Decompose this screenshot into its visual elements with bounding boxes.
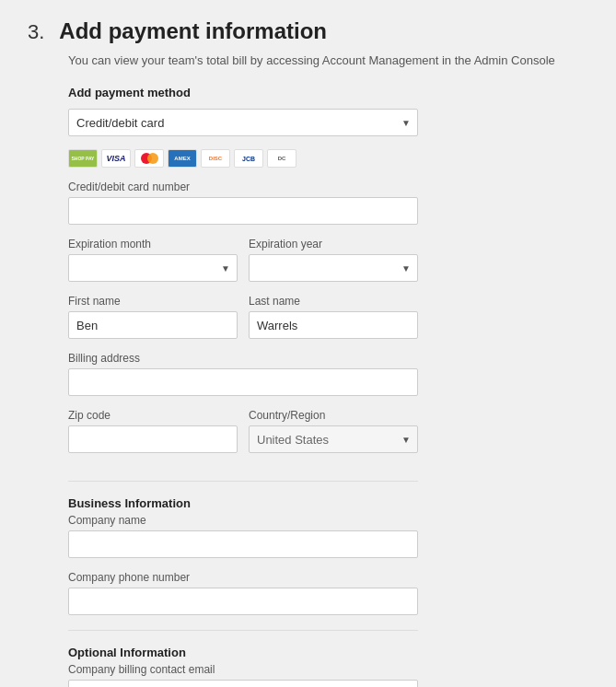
country-label: Country/Region — [249, 409, 418, 422]
shopify-pay-icon: SHOP PAY — [68, 149, 98, 168]
company-phone-label: Company phone number — [68, 571, 418, 584]
payment-method-select-wrapper: Credit/debit card PayPal Bank transfer — [68, 109, 418, 136]
expiration-month-select[interactable]: JanuaryFebruaryMarch AprilMayJune JulyAu… — [68, 254, 238, 282]
step-number: 3. — [28, 20, 44, 44]
payment-method-label: Add payment method — [68, 86, 418, 99]
company-name-label: Company name — [68, 514, 418, 527]
payment-method-select[interactable]: Credit/debit card PayPal Bank transfer — [68, 109, 418, 136]
billing-email-label: Company billing contact email — [68, 663, 418, 676]
zip-code-label: Zip code — [68, 409, 238, 422]
page-title: Add payment information — [59, 18, 327, 44]
subtitle: You can view your team's total bill by a… — [68, 53, 588, 67]
page-header: 3. Add payment information — [28, 18, 588, 44]
billing-email-input[interactable] — [68, 680, 418, 687]
optional-section-label: Optional Information — [68, 646, 418, 659]
expiration-month-select-wrapper: JanuaryFebruaryMarch AprilMayJune JulyAu… — [68, 254, 238, 282]
billing-address-label: Billing address — [68, 352, 418, 365]
card-number-input[interactable] — [68, 197, 418, 225]
amex-icon: AMEX — [168, 149, 197, 168]
billing-address-group: Billing address — [68, 352, 418, 396]
expiration-month-label: Expiration month — [68, 238, 238, 250]
company-phone-group: Company phone number — [68, 571, 418, 615]
form-container: Add payment method Credit/debit card Pay… — [68, 86, 418, 687]
last-name-group: Last name — [249, 295, 418, 339]
company-name-group: Company name — [68, 514, 418, 558]
divider-2 — [68, 630, 418, 631]
zip-code-group: Zip code — [68, 409, 238, 453]
last-name-label: Last name — [249, 295, 418, 308]
billing-address-input[interactable] — [68, 368, 418, 396]
last-name-input[interactable] — [249, 311, 418, 339]
business-section-label: Business Information — [68, 496, 418, 510]
expiration-year-group: Expiration year 202420252026 20272028202… — [249, 238, 418, 282]
expiration-year-label: Expiration year — [249, 238, 418, 250]
billing-email-group: Company billing contact email — [68, 663, 418, 687]
expiration-year-select-wrapper: 202420252026 2027202820292030 — [249, 254, 418, 282]
card-number-group: Credit/debit card number — [68, 180, 418, 225]
name-row: First name Last name — [68, 295, 418, 352]
expiration-row: Expiration month JanuaryFebruaryMarch Ap… — [68, 238, 418, 295]
company-name-input[interactable] — [68, 530, 418, 558]
expiration-year-select[interactable]: 202420252026 2027202820292030 — [249, 254, 418, 282]
country-select-wrapper: United States Canada United Kingdom — [249, 425, 418, 453]
first-name-input[interactable] — [68, 311, 238, 339]
country-group: Country/Region United States Canada Unit… — [249, 409, 418, 453]
company-phone-input[interactable] — [68, 588, 418, 615]
card-number-label: Credit/debit card number — [68, 180, 418, 193]
zip-country-row: Zip code Country/Region United States Ca… — [68, 409, 418, 466]
discover-icon: DISC — [201, 149, 230, 168]
country-select[interactable]: United States Canada United Kingdom — [249, 425, 418, 453]
payment-method-group: Add payment method Credit/debit card Pay… — [68, 86, 418, 136]
mastercard-icon — [134, 149, 164, 168]
jcb-icon: JCB — [234, 149, 263, 168]
expiration-month-group: Expiration month JanuaryFebruaryMarch Ap… — [68, 238, 238, 282]
visa-icon: VISA — [101, 149, 131, 168]
card-icons: SHOP PAY VISA AMEX DISC JCB DC — [68, 149, 418, 168]
divider — [68, 481, 418, 482]
first-name-group: First name — [68, 295, 238, 339]
zip-code-input[interactable] — [68, 425, 238, 453]
first-name-label: First name — [68, 295, 238, 308]
diners-icon: DC — [267, 149, 296, 168]
